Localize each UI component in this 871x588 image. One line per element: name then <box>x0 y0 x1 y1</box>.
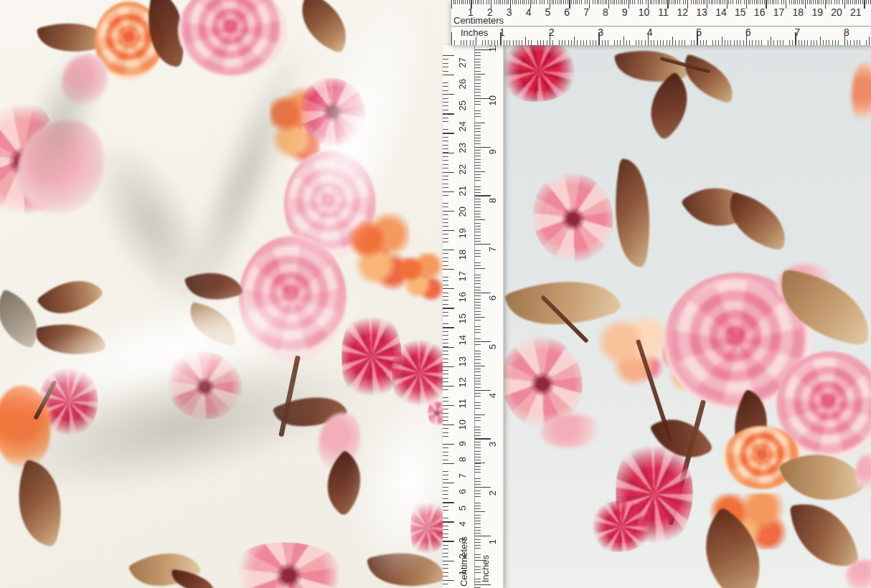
cm-number: 17 <box>458 271 467 281</box>
cm-number: 15 <box>458 313 467 323</box>
cm-number: 18 <box>791 6 805 18</box>
horizontal-cm-numbers: 123456789101112131415161718192021 <box>451 6 871 18</box>
leaf-motif <box>789 496 859 574</box>
cm-number: 16 <box>458 292 467 302</box>
inch-number: 7 <box>488 247 497 252</box>
orange-flower-motif <box>396 252 445 304</box>
inch-number: 4 <box>488 393 497 398</box>
vertical-inch-numbers: 1110987654321 <box>484 42 500 544</box>
centimeters-label: Centimeters <box>458 536 469 587</box>
flat-fabric-panel <box>455 0 871 588</box>
cm-number: 5 <box>540 6 555 18</box>
cm-number: 5 <box>458 506 467 511</box>
inch-number: 1 <box>488 539 497 544</box>
cm-number: 23 <box>458 143 467 153</box>
cm-number: 22 <box>458 164 467 174</box>
petal-motif <box>852 62 871 123</box>
inch-number: 5 <box>488 344 497 349</box>
inch-number: 9 <box>488 149 497 154</box>
cm-number: 15 <box>733 6 748 18</box>
inch-number: 6 <box>488 295 497 300</box>
leaf-motif <box>606 158 660 267</box>
cm-number: 6 <box>560 6 574 18</box>
cm-number: 27 <box>458 57 467 67</box>
inch-number: 2 <box>488 490 497 495</box>
cm-number: 8 <box>458 457 467 462</box>
cm-number: 11 <box>458 399 467 409</box>
cm-number: 16 <box>753 6 767 18</box>
cm-number: 12 <box>458 377 467 387</box>
cm-number: 4 <box>458 521 467 526</box>
cm-number: 20 <box>829 6 844 18</box>
carnation-motif <box>499 40 579 102</box>
fabric-photo: 2726252423222120191817161514131211109876… <box>0 0 871 588</box>
inches-label: Inches <box>480 555 491 582</box>
cm-number: 13 <box>458 356 467 366</box>
cm-number: 17 <box>772 6 786 18</box>
cm-number: 24 <box>458 121 467 131</box>
inch-number: 10 <box>488 95 497 105</box>
horizontal-inch-ticks <box>451 32 871 45</box>
cm-number: 18 <box>458 250 467 260</box>
vertical-cm-numbers: 2726252423222120191817161514131211109876… <box>453 57 471 575</box>
lily-motif <box>533 172 613 262</box>
horizontal-ruler: 123456789101112131415161718192021 Centim… <box>451 0 871 45</box>
cm-number: 14 <box>458 335 467 345</box>
cm-number: 14 <box>714 6 728 18</box>
cm-number: 7 <box>458 473 467 478</box>
vertical-ruler: 2726252423222120191817161514131211109876… <box>443 45 504 588</box>
cm-number: 11 <box>656 6 670 18</box>
cm-number: 25 <box>458 100 467 110</box>
cm-number: 21 <box>849 6 863 18</box>
cm-number: 21 <box>458 186 467 196</box>
cm-number: 10 <box>458 419 467 430</box>
cm-number: 13 <box>695 6 709 18</box>
draped-fabric-panel <box>0 0 455 588</box>
leaf-motif <box>36 265 104 329</box>
cm-number: 6 <box>458 489 467 494</box>
cm-number: 9 <box>618 6 632 18</box>
cm-number: 19 <box>458 228 467 238</box>
cm-number: 7 <box>579 6 593 18</box>
cm-number: 9 <box>458 441 467 446</box>
petal-motif <box>855 454 871 490</box>
inch-number: 3 <box>488 442 497 447</box>
cm-number: 3 <box>502 6 517 18</box>
cm-number: 12 <box>675 6 689 18</box>
cm-number: 26 <box>458 79 467 89</box>
centimeters-label: Centimeters <box>453 15 504 26</box>
cm-number: 19 <box>810 6 824 18</box>
cm-number: 8 <box>598 6 613 18</box>
cm-number: 10 <box>637 6 651 18</box>
inch-number: 8 <box>488 198 497 203</box>
cm-number: 4 <box>522 6 536 18</box>
lily-motif <box>230 542 348 588</box>
cm-number: 20 <box>458 207 467 217</box>
